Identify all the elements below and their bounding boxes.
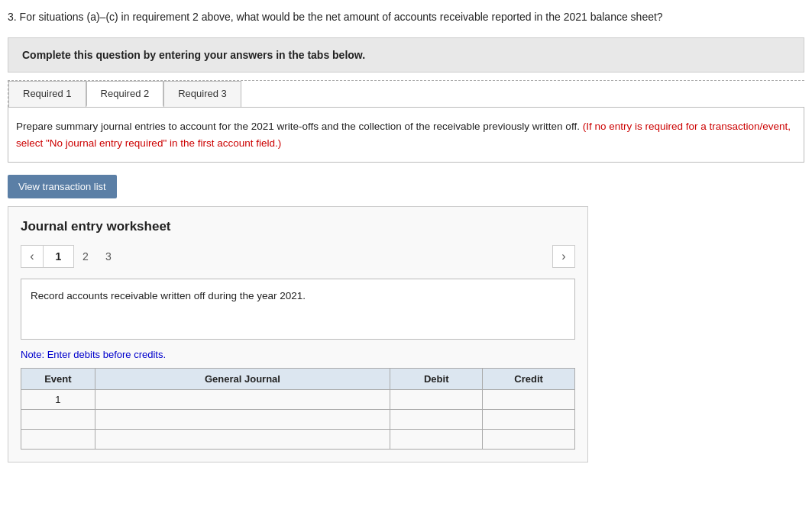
note-text: Note: Enter debits before credits. <box>21 349 575 360</box>
complete-box: Complete this question by entering your … <box>8 37 804 73</box>
event-cell-3 <box>21 430 95 450</box>
event-cell-2 <box>21 410 95 430</box>
table-row <box>21 430 575 450</box>
journal-cell-3[interactable] <box>95 430 390 450</box>
credit-cell-2[interactable] <box>483 410 575 430</box>
record-text: Record accounts receivable written off d… <box>31 290 306 301</box>
credit-input-1[interactable] <box>489 394 568 405</box>
question-body: For situations (a)–(c) in requirement 2 … <box>20 11 663 23</box>
debit-cell-1[interactable] <box>390 390 483 410</box>
table-header-row: Event General Journal Debit Credit <box>21 369 575 390</box>
worksheet-title: Journal entry worksheet <box>21 219 575 234</box>
nav-right-arrow[interactable]: › <box>552 245 575 268</box>
col-event: Event <box>21 369 95 390</box>
credit-cell-1[interactable] <box>483 390 575 410</box>
tab-content-area: Prepare summary journal entries to accou… <box>8 107 804 163</box>
instruction-text: Prepare summary journal entries to accou… <box>16 118 796 151</box>
col-credit: Credit <box>483 369 575 390</box>
table-row: 1 <box>21 390 575 410</box>
view-transaction-button[interactable]: View transaction list <box>8 175 117 198</box>
journal-cell-1[interactable] <box>95 390 390 410</box>
journal-input-3[interactable] <box>102 433 384 445</box>
journal-table: Event General Journal Debit Credit 1 <box>21 368 575 450</box>
nav-left-arrow[interactable]: ‹ <box>21 245 44 268</box>
debit-input-2[interactable] <box>396 414 476 425</box>
complete-box-text: Complete this question by entering your … <box>22 49 365 61</box>
journal-cell-2[interactable] <box>95 410 390 430</box>
page-wrapper: 3. For situations (a)–(c) in requirement… <box>0 0 812 472</box>
journal-input-1[interactable] <box>102 394 384 405</box>
credit-cell-3[interactable] <box>483 430 575 450</box>
table-row <box>21 410 575 430</box>
col-debit: Debit <box>390 369 483 390</box>
debit-input-1[interactable] <box>396 394 476 405</box>
event-cell-1: 1 <box>21 390 95 410</box>
nav-page-3[interactable]: 3 <box>97 245 120 268</box>
tab-required1[interactable]: Required 1 <box>8 81 86 107</box>
question-text: 3. For situations (a)–(c) in requirement… <box>8 9 804 25</box>
nav-page-1[interactable]: 1 <box>44 245 74 268</box>
tab-required3[interactable]: Required 3 <box>163 81 241 107</box>
credit-input-3[interactable] <box>489 433 568 445</box>
debit-input-3[interactable] <box>396 433 476 445</box>
tabs-container: Required 1 Required 2 Required 3 <box>8 80 804 107</box>
nav-page-2[interactable]: 2 <box>74 245 97 268</box>
question-number: 3. <box>8 11 17 23</box>
record-box: Record accounts receivable written off d… <box>21 279 575 340</box>
journal-input-2[interactable] <box>102 414 384 425</box>
journal-nav: ‹ 1 2 3 › <box>21 245 575 268</box>
worksheet-box: Journal entry worksheet ‹ 1 2 3 › Record… <box>8 206 588 462</box>
col-general-journal: General Journal <box>95 369 390 390</box>
tab-required2[interactable]: Required 2 <box>86 81 164 107</box>
debit-cell-3[interactable] <box>390 430 483 450</box>
credit-input-2[interactable] <box>489 414 568 425</box>
debit-cell-2[interactable] <box>390 410 483 430</box>
instruction-main: Prepare summary journal entries to accou… <box>16 121 580 132</box>
